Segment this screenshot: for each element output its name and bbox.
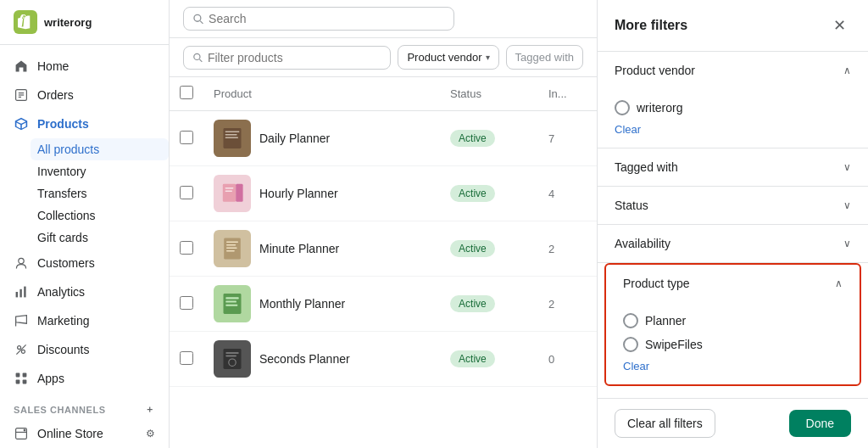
status-badge: Active bbox=[450, 185, 495, 202]
sidebar-item-customers[interactable]: Customers bbox=[0, 249, 169, 277]
filter-panel-title: More filters bbox=[615, 18, 687, 33]
row-checkbox[interactable] bbox=[180, 351, 193, 365]
filter-section-tagged-header[interactable]: Tagged with ∨ bbox=[598, 148, 868, 186]
product-type-option-planner[interactable]: Planner bbox=[623, 309, 843, 333]
svg-rect-15 bbox=[16, 380, 20, 384]
svg-marker-8 bbox=[16, 316, 27, 324]
seconds-planner-thumb bbox=[220, 347, 244, 371]
svg-point-11 bbox=[21, 350, 25, 353]
sidebar-item-apps[interactable]: Apps bbox=[0, 364, 169, 393]
select-all-checkbox[interactable] bbox=[180, 86, 193, 99]
product-thumbnail bbox=[214, 285, 251, 322]
sidebar-item-gift-cards[interactable]: Gift cards bbox=[37, 227, 169, 249]
svg-rect-30 bbox=[236, 184, 242, 202]
done-filters-btn[interactable]: Done bbox=[789, 410, 851, 437]
product-thumbnail bbox=[214, 230, 251, 267]
svg-rect-14 bbox=[23, 373, 27, 378]
sidebar: writerorg Home Orders Products All produ… bbox=[0, 0, 170, 448]
sidebar-item-all-products[interactable]: All products bbox=[31, 138, 169, 160]
filter-section-availability-header[interactable]: Availability ∨ bbox=[598, 225, 868, 262]
inventory-count: 4 bbox=[538, 166, 597, 221]
sidebar-item-discounts[interactable]: Discounts bbox=[0, 335, 169, 364]
vendor-radio[interactable] bbox=[615, 100, 630, 115]
sidebar-item-home[interactable]: Home bbox=[0, 52, 169, 81]
filter-section-availability: Availability ∨ bbox=[598, 225, 868, 263]
planner-option-label: Planner bbox=[645, 314, 686, 328]
filter-section-vendor-content: writerorg Clear bbox=[598, 89, 868, 148]
hourly-planner-thumb bbox=[220, 182, 244, 205]
status-badge: Active bbox=[450, 240, 495, 257]
table-row: Minute Planner Active 2 bbox=[170, 221, 597, 277]
vendor-option-label: writerorg bbox=[637, 101, 682, 115]
filter-panel-header: More filters ✕ bbox=[598, 0, 868, 52]
product-type-clear-link[interactable]: Clear bbox=[623, 360, 649, 372]
top-search-bar[interactable] bbox=[183, 7, 454, 31]
filter-section-vendor: Product vendor ∧ writerorg Clear bbox=[598, 52, 868, 148]
online-store-settings-icon[interactable]: ⚙ bbox=[146, 428, 155, 440]
product-vendor-filter-btn[interactable]: Product vendor ▾ bbox=[398, 45, 498, 70]
product-type-section-wrapper: Product type ∧ Planner SwipeFiles Clear bbox=[598, 263, 868, 386]
sidebar-item-collections[interactable]: Collections bbox=[37, 204, 169, 227]
svg-point-4 bbox=[19, 258, 24, 263]
filter-section-vendor-header[interactable]: Product vendor ∧ bbox=[598, 52, 868, 89]
vendor-chevron-icon: ▾ bbox=[486, 53, 490, 62]
filter-section-status-header[interactable]: Status ∨ bbox=[598, 187, 868, 224]
filter-section-product-type: Product type ∧ Planner SwipeFiles Clear bbox=[604, 263, 861, 386]
filter-section-status: Status ∨ bbox=[598, 187, 868, 225]
add-sales-channel-icon[interactable]: ＋ bbox=[145, 403, 155, 416]
apps-icon bbox=[14, 371, 29, 386]
svg-point-23 bbox=[194, 53, 200, 59]
top-search-input[interactable] bbox=[209, 12, 445, 25]
svg-point-21 bbox=[194, 14, 201, 21]
product-cell: Monthly Planner bbox=[214, 285, 430, 322]
main-content: Product vendor ▾ Tagged with Product Sta… bbox=[170, 0, 597, 448]
svg-rect-6 bbox=[19, 289, 21, 298]
row-checkbox[interactable] bbox=[180, 296, 193, 310]
filter-search-input[interactable] bbox=[208, 51, 381, 64]
search-icon bbox=[192, 13, 203, 25]
shopify-logo bbox=[14, 10, 37, 34]
filter-search-box[interactable] bbox=[183, 46, 391, 70]
filter-section-collection: Collection ∨ bbox=[598, 386, 868, 398]
table-row: Daily Planner Active 7 bbox=[170, 111, 597, 166]
filter-search-icon bbox=[192, 52, 203, 63]
svg-rect-27 bbox=[225, 134, 237, 135]
filter-section-product-type-header[interactable]: Product type ∧ bbox=[606, 265, 860, 302]
svg-rect-43 bbox=[225, 352, 238, 353]
swipefiles-radio[interactable] bbox=[623, 337, 638, 352]
clear-all-filters-btn[interactable]: Clear all filters bbox=[615, 409, 715, 438]
products-table: Product Status In... Daily Planner bbox=[170, 77, 597, 387]
inventory-count: 2 bbox=[538, 221, 597, 277]
row-checkbox[interactable] bbox=[180, 131, 193, 144]
planner-radio[interactable] bbox=[623, 313, 638, 328]
status-chevron-icon: ∨ bbox=[843, 199, 851, 211]
product-type-option-swipefiles[interactable]: SwipeFiles bbox=[623, 333, 843, 356]
svg-rect-40 bbox=[225, 301, 236, 303]
filter-section-collection-header[interactable]: Collection ∨ bbox=[598, 386, 868, 398]
svg-rect-34 bbox=[226, 242, 238, 243]
sidebar-item-products[interactable]: Products bbox=[0, 109, 169, 138]
col-status: Status bbox=[440, 77, 538, 111]
tagged-section-title: Tagged with bbox=[615, 160, 678, 174]
tagged-with-filter-btn[interactable]: Tagged with bbox=[506, 45, 583, 70]
sidebar-item-inventory[interactable]: Inventory bbox=[37, 160, 169, 182]
close-filter-panel-btn[interactable]: ✕ bbox=[827, 14, 851, 37]
row-checkbox[interactable] bbox=[180, 186, 193, 199]
product-cell: Hourly Planner bbox=[214, 175, 430, 212]
filter-bar: Product vendor ▾ Tagged with bbox=[170, 38, 597, 77]
sidebar-item-discounts-label: Discounts bbox=[37, 343, 89, 356]
sidebar-item-analytics[interactable]: Analytics bbox=[0, 277, 169, 306]
vendor-clear-link[interactable]: Clear bbox=[615, 123, 641, 136]
sidebar-item-orders[interactable]: Orders bbox=[0, 81, 169, 109]
sidebar-item-transfers[interactable]: Transfers bbox=[37, 182, 169, 204]
home-icon bbox=[14, 59, 29, 74]
vendor-option-writerorg[interactable]: writerorg bbox=[615, 96, 851, 120]
svg-rect-39 bbox=[225, 297, 238, 299]
svg-rect-5 bbox=[16, 292, 18, 297]
swipefiles-option-label: SwipeFiles bbox=[645, 338, 703, 351]
sidebar-item-online-store[interactable]: Online Store ⚙ bbox=[0, 419, 169, 448]
row-checkbox[interactable] bbox=[180, 241, 193, 255]
orders-icon bbox=[14, 87, 29, 103]
products-table-wrapper: Product Status In... Daily Planner bbox=[170, 77, 597, 448]
sidebar-item-marketing[interactable]: Marketing bbox=[0, 306, 169, 335]
